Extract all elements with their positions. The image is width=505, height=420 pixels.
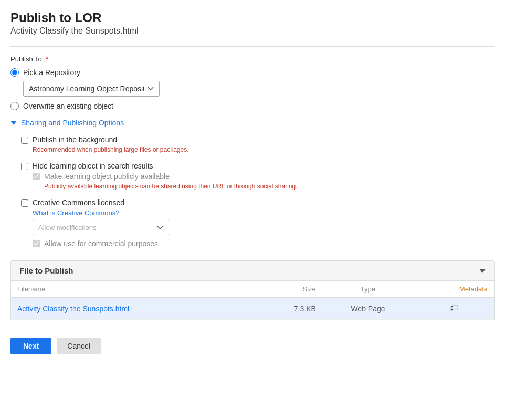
file-filename[interactable]: Activity Classify the Sunspots.html	[11, 298, 255, 320]
publish-background-group: Publish in the background Recommended wh…	[21, 135, 495, 153]
allow-commercial-row: Allow use for commercial purposes	[33, 239, 495, 248]
hide-search-row: Hide learning object in search results	[21, 162, 495, 170]
footer-buttons: Next Cancel	[10, 329, 495, 363]
col-metadata: Metadata	[414, 281, 494, 298]
overwrite-radio[interactable]: Overwrite an existing object	[10, 102, 495, 110]
sharing-section: Sharing and Publishing Options Publish i…	[10, 119, 495, 248]
pick-repository-radio-input[interactable]	[10, 68, 19, 77]
col-filename: Filename	[11, 281, 255, 298]
required-star: *	[46, 55, 48, 63]
publish-background-label[interactable]: Publish in the background	[33, 135, 117, 144]
pick-repository-radio[interactable]: Pick a Repository	[10, 68, 495, 77]
page-subtitle: Activity Classify the Sunspots.html	[10, 26, 495, 36]
allow-commercial-label: Allow use for commercial purposes	[44, 239, 158, 248]
hide-search-checkbox[interactable]	[21, 163, 28, 170]
make-public-hint: Publicly available learning objects can …	[44, 183, 495, 190]
publish-to-radio-group: Pick a Repository Astronomy Learning Obj…	[10, 68, 495, 110]
cc-modifications-dropdown[interactable]: Allow modifications	[33, 220, 169, 235]
file-type: Web Page	[322, 298, 414, 320]
publish-to-label: Publish To: *	[10, 55, 495, 63]
make-public-row: Make learning object publicly available	[33, 172, 495, 181]
overwrite-radio-input[interactable]	[10, 102, 19, 110]
file-size: 7.3 KB	[255, 298, 322, 320]
creative-commons-group: Creative Commons licensed What is Creati…	[21, 198, 495, 248]
make-public-label: Make learning object publicly available	[44, 172, 170, 181]
file-to-publish-title: File to Publish	[19, 266, 73, 275]
hide-search-label[interactable]: Hide learning object in search results	[33, 162, 153, 170]
file-to-publish-header[interactable]: File to Publish	[11, 261, 494, 281]
sharing-title: Sharing and Publishing Options	[21, 119, 124, 127]
what-is-cc-link[interactable]: What is Creative Commons?	[33, 209, 495, 217]
publish-background-checkbox[interactable]	[21, 136, 28, 144]
file-metadata[interactable]: 🏷	[414, 298, 494, 320]
col-type: Type	[322, 281, 414, 298]
sharing-chevron-icon	[10, 121, 17, 125]
sharing-header[interactable]: Sharing and Publishing Options	[10, 119, 495, 127]
table-row[interactable]: Activity Classify the Sunspots.html 7.3 …	[11, 298, 494, 320]
file-to-publish-section: File to Publish Filename Size Type Metad…	[10, 260, 495, 320]
file-table-header-row: Filename Size Type Metadata	[11, 281, 494, 298]
file-header-chevron-icon	[479, 269, 486, 273]
allow-commercial-checkbox	[33, 240, 40, 247]
publish-background-hint: Recommended when publishing large files …	[33, 146, 495, 153]
overwrite-label: Overwrite an existing object	[23, 102, 113, 110]
next-button[interactable]: Next	[10, 338, 51, 354]
metadata-icon: 🏷	[449, 303, 459, 314]
sharing-options: Publish in the background Recommended wh…	[21, 135, 495, 248]
hide-search-group: Hide learning object in search results M…	[21, 162, 495, 190]
cc-dropdown-wrapper: Allow modifications	[33, 220, 495, 235]
file-table: Filename Size Type Metadata Activity Cla…	[11, 281, 494, 320]
repository-dropdown-wrapper: Astronomy Learning Object Repository	[23, 81, 495, 97]
publish-background-row: Publish in the background	[21, 135, 495, 144]
cancel-button[interactable]: Cancel	[57, 338, 101, 354]
col-size: Size	[255, 281, 322, 298]
creative-commons-row: Creative Commons licensed	[21, 198, 495, 207]
repository-dropdown[interactable]: Astronomy Learning Object Repository	[23, 81, 160, 97]
page-title: Publish to LOR	[10, 10, 495, 25]
creative-commons-label[interactable]: Creative Commons licensed	[33, 198, 124, 207]
creative-commons-checkbox[interactable]	[21, 200, 28, 207]
top-divider	[10, 46, 495, 47]
make-public-checkbox	[33, 173, 40, 180]
pick-repository-label: Pick a Repository	[23, 68, 80, 77]
